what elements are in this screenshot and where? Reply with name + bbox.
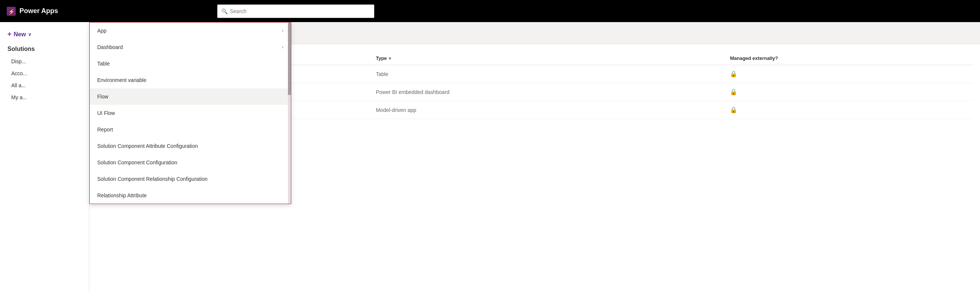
dropdown-item-app[interactable]: App › — [90, 22, 291, 39]
row-locked-3: 🔒 — [724, 101, 972, 119]
dropdown-item-table-label: Table — [97, 61, 110, 67]
dropdown-item-dashboard[interactable]: Dashboard › — [90, 39, 291, 56]
new-button[interactable]: + New ∨ — [0, 26, 89, 43]
dropdown-item-report[interactable]: Report — [90, 121, 291, 138]
dropdown-scrollbar[interactable] — [288, 22, 291, 204]
svg-text:⚡: ⚡ — [8, 9, 15, 15]
dropdown-item-flow-label: Flow — [97, 94, 108, 100]
chevron-down-icon: ∨ — [28, 32, 32, 37]
new-dropdown-menu: App › Dashboard › Table Environment vari… — [89, 22, 291, 204]
dropdown-item-scrc-label: Solution Component Relationship Configur… — [97, 176, 207, 182]
sidebar: + New ∨ Solutions Disp... Acco... All a.… — [0, 22, 89, 292]
dropdown-item-ui-flow-label: UI Flow — [97, 110, 115, 116]
row-type-1: Table — [370, 65, 724, 83]
dropdown-item-scac-label: Solution Component Attribute Configurati… — [97, 143, 198, 149]
lock-icon: 🔒 — [730, 71, 737, 77]
lock-icon: 🔒 — [730, 89, 737, 95]
power-apps-logo-icon: ⚡ — [6, 6, 16, 16]
sidebar-item-3[interactable]: All a... — [0, 79, 89, 91]
dropdown-item-dashboard-label: Dashboard — [97, 44, 123, 50]
col-header-type[interactable]: Type ∨ — [370, 52, 724, 65]
row-locked-2: 🔒 — [724, 83, 972, 101]
dropdown-item-rel-attr[interactable]: Relationship Attribute — [90, 187, 291, 204]
sidebar-item-1[interactable]: Disp... — [0, 56, 89, 67]
dropdown-item-env-var-label: Environment variable — [97, 77, 146, 83]
row-type-2: Power BI embedded dashboard — [370, 83, 724, 101]
dropdown-item-env-var[interactable]: Environment variable — [90, 72, 291, 88]
dropdown-item-table[interactable]: Table — [90, 56, 291, 72]
dropdown-item-report-label: Report — [97, 126, 113, 132]
dropdown-item-app-label: App — [97, 28, 107, 34]
row-type-3: Model-driven app — [370, 101, 724, 119]
dropdown-item-scc-label: Solution Component Configuration — [97, 160, 177, 166]
plus-icon: + — [8, 30, 11, 38]
top-search-container: 🔍 — [217, 5, 374, 18]
app-name-label: Power Apps — [19, 7, 58, 15]
lock-icon: 🔒 — [730, 107, 737, 113]
row-locked-1: 🔒 — [724, 65, 972, 83]
dropdown-item-scrc[interactable]: Solution Component Relationship Configur… — [90, 171, 291, 187]
search-icon: 🔍 — [221, 8, 228, 14]
type-sort-icon: ∨ — [388, 56, 391, 60]
new-button-label: New — [14, 31, 26, 38]
sidebar-item-2[interactable]: Acco... — [0, 67, 89, 79]
dropdown-scrollbar-thumb — [288, 22, 291, 95]
col-header-managed: Managed externally? — [724, 52, 972, 65]
dropdown-item-ui-flow[interactable]: UI Flow — [90, 105, 291, 121]
app-title: ⚡ Power Apps — [6, 6, 58, 16]
top-bar: ⚡ Power Apps 🔍 — [0, 0, 980, 22]
dropdown-item-scc[interactable]: Solution Component Configuration — [90, 154, 291, 171]
sidebar-item-4[interactable]: My a... — [0, 91, 89, 103]
dropdown-item-flow[interactable]: Flow — [90, 88, 291, 105]
main-layout: + New ∨ Solutions Disp... Acco... All a.… — [0, 22, 980, 292]
chevron-right-icon: › — [282, 28, 283, 34]
dropdown-item-rel-attr-label: Relationship Attribute — [97, 192, 146, 198]
chevron-right-icon: › — [282, 45, 283, 50]
dropdown-item-scac[interactable]: Solution Component Attribute Configurati… — [90, 138, 291, 154]
solutions-label: Solutions — [0, 43, 89, 56]
search-input[interactable] — [230, 8, 370, 14]
